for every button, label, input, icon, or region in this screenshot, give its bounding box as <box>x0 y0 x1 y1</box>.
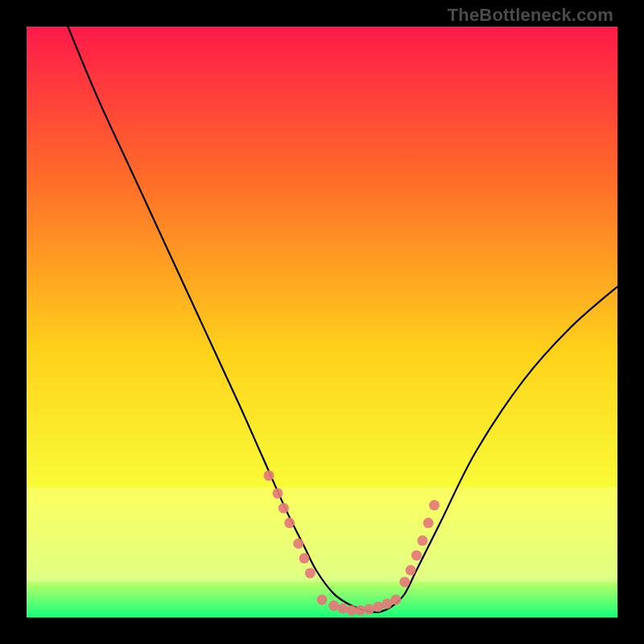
data-point <box>284 518 295 528</box>
data-point <box>423 518 434 528</box>
chart-svg <box>27 27 617 617</box>
data-point <box>406 565 416 576</box>
plot-area <box>27 27 617 617</box>
data-point <box>317 594 328 605</box>
data-point <box>305 568 316 578</box>
data-point <box>337 603 348 613</box>
data-point <box>279 503 289 514</box>
highlight-band <box>27 488 617 582</box>
data-point <box>272 488 283 498</box>
watermark-text: TheBottleneck.com <box>448 5 613 26</box>
data-point <box>299 553 309 564</box>
data-point <box>293 539 303 549</box>
data-point <box>364 604 374 614</box>
data-point <box>429 500 440 510</box>
data-point <box>399 576 410 587</box>
data-point <box>328 601 339 611</box>
data-point <box>263 470 274 481</box>
data-point <box>355 605 365 616</box>
data-point <box>390 594 401 605</box>
data-point <box>373 601 383 612</box>
data-point <box>417 535 427 546</box>
chart-container: TheBottleneck.com <box>0 0 644 644</box>
data-point <box>411 550 422 560</box>
